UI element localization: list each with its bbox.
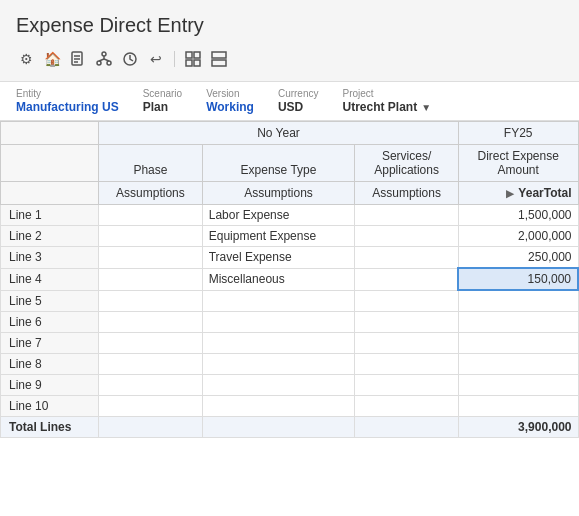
row-label: Line 6 bbox=[1, 311, 99, 332]
phase-cell[interactable] bbox=[99, 268, 203, 290]
page-title: Expense Direct Entry bbox=[16, 14, 563, 37]
expense-type-cell[interactable] bbox=[202, 332, 355, 353]
phase-cell[interactable] bbox=[99, 332, 203, 353]
svg-rect-16 bbox=[212, 60, 226, 66]
scenario-value: Plan bbox=[143, 100, 182, 114]
phase-cell[interactable] bbox=[99, 290, 203, 311]
services-cell[interactable] bbox=[355, 332, 459, 353]
scenario-label: Scenario bbox=[143, 88, 182, 99]
expense-type-cell[interactable] bbox=[202, 395, 355, 416]
svg-point-5 bbox=[97, 61, 101, 65]
history-icon[interactable] bbox=[120, 49, 140, 69]
expense-type-cell[interactable]: Equipment Expense bbox=[202, 226, 355, 247]
table-row: Line 5 bbox=[1, 290, 579, 311]
row-label: Line 5 bbox=[1, 290, 99, 311]
table-row: Line 7 bbox=[1, 332, 579, 353]
expense-type-col-header: Expense Type bbox=[202, 145, 355, 182]
undo-icon[interactable]: ↩ bbox=[146, 49, 166, 69]
table-row: Line 2Equipment Expense2,000,000 bbox=[1, 226, 579, 247]
expense-table: No Year FY25 Phase Expense Type Services… bbox=[0, 121, 579, 438]
scenario-meta: Scenario Plan bbox=[143, 88, 182, 114]
services-cell[interactable] bbox=[355, 226, 459, 247]
currency-meta: Currency USD bbox=[278, 88, 319, 114]
document-icon[interactable] bbox=[68, 49, 88, 69]
amount-cell[interactable] bbox=[458, 311, 578, 332]
amount-cell[interactable] bbox=[458, 353, 578, 374]
grid-icon[interactable] bbox=[183, 49, 203, 69]
phase-cell[interactable] bbox=[99, 395, 203, 416]
view-icon[interactable] bbox=[209, 49, 229, 69]
svg-rect-12 bbox=[194, 52, 200, 58]
amount-cell[interactable] bbox=[458, 290, 578, 311]
assumptions-corner bbox=[1, 182, 99, 205]
amount-cell[interactable]: 2,000,000 bbox=[458, 226, 578, 247]
phase-cell[interactable] bbox=[99, 353, 203, 374]
services-cell[interactable] bbox=[355, 290, 459, 311]
expand-icon[interactable]: ▶ bbox=[506, 188, 514, 199]
currency-value: USD bbox=[278, 100, 319, 114]
version-value[interactable]: Working bbox=[206, 100, 254, 114]
row-label: Line 7 bbox=[1, 332, 99, 353]
expense-type-cell[interactable]: Labor Expense bbox=[202, 205, 355, 226]
expense-type-cell[interactable]: Travel Expense bbox=[202, 247, 355, 269]
services-cell[interactable] bbox=[355, 311, 459, 332]
services-cell[interactable] bbox=[355, 205, 459, 226]
amount-cell[interactable] bbox=[458, 332, 578, 353]
expense-type-cell[interactable] bbox=[202, 353, 355, 374]
services-cell[interactable] bbox=[355, 395, 459, 416]
version-meta: Version Working bbox=[206, 88, 254, 114]
amount-cell[interactable]: 250,000 bbox=[458, 247, 578, 269]
total-label: Total Lines bbox=[1, 416, 99, 437]
phase-cell[interactable] bbox=[99, 205, 203, 226]
table-row: Line 4Miscellaneous150,000 bbox=[1, 268, 579, 290]
entity-meta: Entity Manufacturing US bbox=[16, 88, 119, 114]
assumptions-row: Assumptions Assumptions Assumptions ▶ Ye… bbox=[1, 182, 579, 205]
settings-icon[interactable]: ⚙ bbox=[16, 49, 36, 69]
year-total-label: YearTotal bbox=[518, 186, 571, 200]
services-cell[interactable] bbox=[355, 247, 459, 269]
toolbar: ⚙ 🏠 ↩ bbox=[16, 45, 563, 73]
expense-type-cell[interactable]: Miscellaneous bbox=[202, 268, 355, 290]
expense-type-cell[interactable] bbox=[202, 311, 355, 332]
amount-cell[interactable]: 150,000 bbox=[458, 268, 578, 290]
services-cell[interactable] bbox=[355, 353, 459, 374]
svg-line-8 bbox=[99, 59, 104, 61]
row-label: Line 1 bbox=[1, 205, 99, 226]
total-amount-cell: 3,900,000 bbox=[458, 416, 578, 437]
services-assumptions: Assumptions bbox=[355, 182, 459, 205]
entity-value[interactable]: Manufacturing US bbox=[16, 100, 119, 114]
amount-cell[interactable] bbox=[458, 374, 578, 395]
project-dropdown[interactable]: Utrecht Plant ▼ bbox=[343, 100, 432, 114]
chevron-down-icon: ▼ bbox=[421, 102, 431, 113]
services-cell[interactable] bbox=[355, 268, 459, 290]
col-empty bbox=[1, 145, 99, 182]
amount-cell[interactable]: 1,500,000 bbox=[458, 205, 578, 226]
corner-cell bbox=[1, 122, 99, 145]
project-meta: Project Utrecht Plant ▼ bbox=[343, 88, 432, 114]
services-cell[interactable] bbox=[355, 374, 459, 395]
total-empty-cell bbox=[202, 416, 355, 437]
grid-body: Line 1Labor Expense1,500,000Line 2Equipm… bbox=[1, 205, 579, 438]
services-col-header: Services/Applications bbox=[355, 145, 459, 182]
phase-cell[interactable] bbox=[99, 374, 203, 395]
total-empty-cell bbox=[99, 416, 203, 437]
svg-point-6 bbox=[107, 61, 111, 65]
row-label: Line 10 bbox=[1, 395, 99, 416]
amount-cell[interactable] bbox=[458, 395, 578, 416]
expense-type-cell[interactable] bbox=[202, 290, 355, 311]
table-row: Line 3Travel Expense250,000 bbox=[1, 247, 579, 269]
expense-type-cell[interactable] bbox=[202, 374, 355, 395]
entity-label: Entity bbox=[16, 88, 119, 99]
toolbar-separator bbox=[174, 51, 175, 67]
home-icon[interactable]: 🏠 bbox=[42, 49, 62, 69]
svg-point-4 bbox=[102, 52, 106, 56]
phase-cell[interactable] bbox=[99, 247, 203, 269]
phase-cell[interactable] bbox=[99, 226, 203, 247]
hierarchy-icon[interactable] bbox=[94, 49, 114, 69]
table-row: Line 9 bbox=[1, 374, 579, 395]
phase-cell[interactable] bbox=[99, 311, 203, 332]
year-header-row: No Year FY25 bbox=[1, 122, 579, 145]
table-row: Line 10 bbox=[1, 395, 579, 416]
table-row: Line 1Labor Expense1,500,000 bbox=[1, 205, 579, 226]
svg-rect-15 bbox=[212, 52, 226, 58]
